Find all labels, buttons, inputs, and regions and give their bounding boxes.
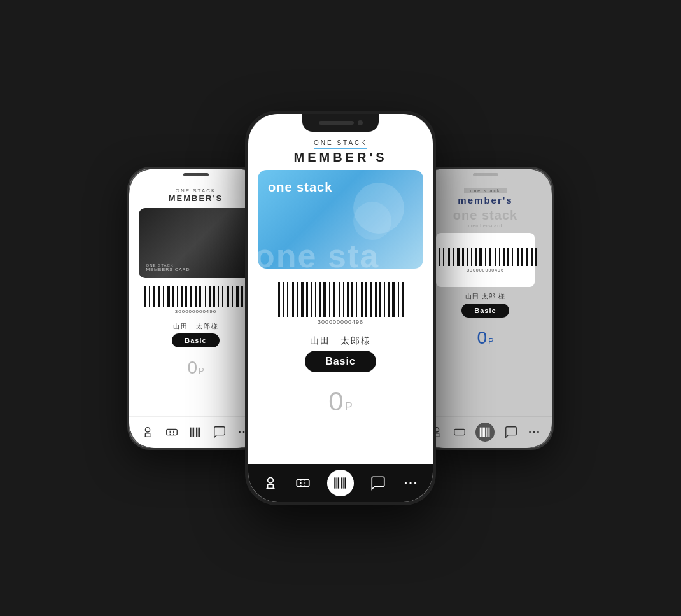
screen-left: ONE STACK MEMBER'S ONE STACK MEMBERS CAR… <box>129 169 262 448</box>
right-points-num: 0 <box>477 328 487 348</box>
speaker-center <box>319 121 354 125</box>
svg-rect-1 <box>145 433 150 437</box>
right-points: 0 P <box>477 328 493 348</box>
camera-center <box>358 120 363 125</box>
right-nav-more[interactable] <box>527 425 541 439</box>
center-bottom-nav <box>248 464 433 502</box>
right-card: 300000000496 <box>436 233 535 287</box>
left-nav-ticket[interactable] <box>165 425 179 439</box>
svg-point-31 <box>414 482 416 484</box>
svg-rect-26 <box>341 477 342 488</box>
center-barcode-number: 300000000496 <box>318 319 363 325</box>
center-nav-barcode[interactable] <box>327 470 354 496</box>
left-username: 山田 太郎様 <box>173 322 219 331</box>
screen-center: ONE STACK MEMBER'S one stack one sta 300… <box>248 114 433 502</box>
left-title-small: ONE STACK <box>176 188 216 193</box>
svg-point-43 <box>529 431 531 433</box>
svg-rect-36 <box>480 428 481 437</box>
notch-center <box>302 114 379 132</box>
notch-right <box>460 169 511 181</box>
content-center: ONE STACK MEMBER'S one stack one sta 300… <box>248 114 433 464</box>
speaker-left <box>183 173 209 176</box>
left-nav-barcode[interactable] <box>188 425 202 439</box>
right-barcode <box>434 247 537 266</box>
svg-rect-41 <box>488 428 488 437</box>
svg-point-44 <box>533 431 535 433</box>
left-nav-stamp[interactable] <box>141 425 155 439</box>
svg-rect-11 <box>198 428 199 437</box>
svg-point-0 <box>145 428 150 432</box>
svg-rect-27 <box>343 477 344 488</box>
right-rank: Basic <box>461 304 509 318</box>
svg-rect-9 <box>195 428 196 437</box>
right-points-unit: P <box>488 336 494 346</box>
content-left: ONE STACK MEMBER'S ONE STACK MEMBERS CAR… <box>129 169 262 416</box>
svg-rect-40 <box>486 428 487 437</box>
right-username: 山田 太郎 様 <box>465 292 505 301</box>
svg-rect-12 <box>199 428 200 437</box>
phone-center: ONE STACK MEMBER'S one stack one sta 300… <box>245 111 436 505</box>
right-bg-text: one stack <box>453 208 517 223</box>
phones-container: ONE STACK MEMBER'S ONE STACK MEMBERS CAR… <box>22 111 659 505</box>
phone-left: ONE STACK MEMBER'S ONE STACK MEMBERS CAR… <box>127 167 264 450</box>
center-card: one stack one sta <box>258 170 423 269</box>
svg-point-30 <box>409 482 411 484</box>
left-points: 0 P <box>187 358 204 378</box>
svg-rect-35 <box>454 429 465 435</box>
right-bottom-nav <box>419 416 552 448</box>
left-barcode <box>144 284 247 307</box>
center-nav-ticket[interactable] <box>295 475 311 491</box>
svg-rect-22 <box>334 477 335 488</box>
svg-rect-39 <box>485 428 486 437</box>
left-barcode-number: 300000000496 <box>175 309 216 314</box>
svg-rect-37 <box>482 428 482 437</box>
svg-rect-8 <box>193 428 195 437</box>
right-nav-chat[interactable] <box>504 425 518 439</box>
svg-rect-3 <box>166 429 177 435</box>
notch-left <box>171 169 221 181</box>
left-title-large: MEMBER'S <box>169 193 223 203</box>
center-rank: Basic <box>305 351 376 372</box>
right-barcode-number: 300000000496 <box>467 268 504 272</box>
svg-rect-7 <box>192 428 193 437</box>
svg-rect-10 <box>196 428 197 437</box>
speaker-right <box>473 173 498 176</box>
card-label-main: MEMBERS CARD <box>146 267 246 272</box>
svg-rect-25 <box>340 477 340 488</box>
center-nav-more[interactable] <box>402 475 419 491</box>
center-barcode <box>278 279 404 317</box>
right-nav-ticket[interactable] <box>453 425 467 439</box>
center-points-unit: P <box>345 400 353 414</box>
right-brand-small: one stack <box>464 188 507 193</box>
screen-right: one stack member's one stack memberscard… <box>419 169 552 448</box>
center-card-text: one stack <box>268 180 413 195</box>
left-points-unit: P <box>199 366 204 375</box>
svg-rect-19 <box>297 480 309 487</box>
right-title: member's <box>458 195 512 206</box>
left-nav-chat[interactable] <box>213 425 227 439</box>
svg-rect-6 <box>190 428 192 437</box>
phone-right: one stack member's one stack memberscard… <box>417 167 554 450</box>
left-card: ONE STACK MEMBERS CARD <box>139 208 253 278</box>
center-title-large: MEMBER'S <box>294 150 388 165</box>
center-barcode-container: 300000000496 <box>278 279 404 325</box>
svg-point-29 <box>404 482 406 484</box>
right-nav-barcode[interactable] <box>475 423 495 442</box>
card-line <box>139 234 253 234</box>
left-bottom-nav <box>129 416 262 448</box>
card-circle2 <box>353 202 391 240</box>
svg-point-13 <box>239 431 241 433</box>
center-title-small: ONE STACK <box>314 139 367 149</box>
center-points-num: 0 <box>328 386 343 417</box>
right-sub-text: memberscard <box>468 223 503 228</box>
svg-rect-38 <box>483 428 484 437</box>
center-nav-chat[interactable] <box>370 475 386 491</box>
left-points-num: 0 <box>187 358 197 378</box>
svg-rect-42 <box>489 428 490 437</box>
content-right: one stack member's one stack memberscard… <box>419 169 552 416</box>
svg-rect-28 <box>344 477 346 488</box>
svg-rect-17 <box>268 484 274 489</box>
center-nav-stamp[interactable] <box>262 475 279 491</box>
svg-point-16 <box>268 477 274 483</box>
svg-point-45 <box>537 431 539 433</box>
